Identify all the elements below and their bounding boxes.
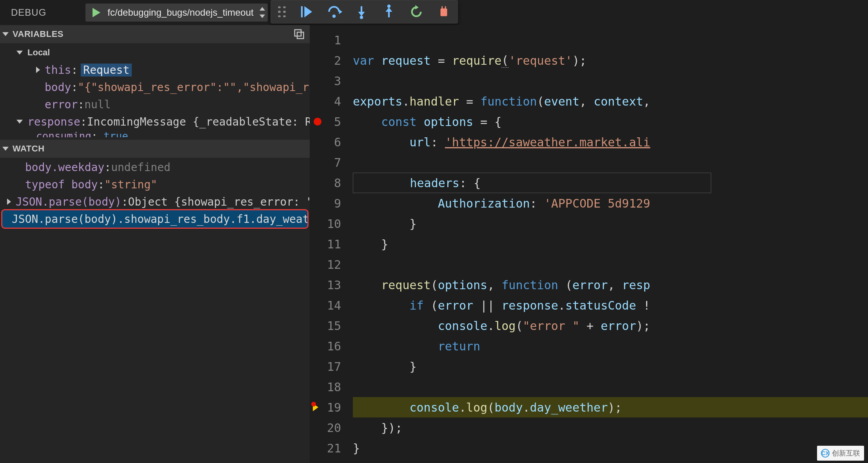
config-name: fc/debugging_bugs/nodejs_timeout — [105, 7, 256, 18]
svg-point-4 — [332, 15, 336, 18]
updown-icon — [258, 7, 266, 18]
watch-expr-1[interactable]: body.weekday: undefined — [0, 159, 310, 176]
variables-tree[interactable]: Local this: Request body: "{"showapi_res… — [0, 43, 310, 140]
line-number: 4 — [310, 91, 353, 111]
line-number: 9 — [310, 193, 353, 213]
variable-response[interactable]: response: IncomingMessage {_readableStat… — [0, 113, 310, 130]
svg-rect-13 — [441, 6, 443, 9]
var-key: this — [45, 64, 71, 77]
editor-content[interactable]: var request = require('request'); export… — [353, 25, 868, 463]
current-exec-line: console.log(body.day_weether); — [353, 397, 868, 417]
variable-this[interactable]: this: Request — [0, 61, 310, 78]
line-number: 14 — [310, 295, 353, 315]
svg-rect-15 — [295, 30, 301, 36]
svg-rect-14 — [445, 6, 446, 9]
line-number: 8 — [310, 173, 353, 193]
line-number: 11 — [310, 234, 353, 254]
variable-consuming[interactable]: consuming: true — [0, 130, 310, 137]
line-number: 13 — [310, 275, 353, 295]
watch-expr-2[interactable]: typeof body: "string" — [0, 176, 310, 193]
disconnect-icon[interactable] — [437, 5, 450, 18]
variables-section-header[interactable]: VARIABLES — [0, 25, 310, 43]
restart-icon[interactable] — [410, 5, 423, 18]
watch-key: JSON.parse(body).showapi_res_body.f1.day… — [12, 213, 307, 226]
variable-body[interactable]: body: "{"showapi_res_error":"","showapi_… — [0, 78, 310, 96]
launch-config-selector[interactable]: fc/debugging_bugs/nodejs_timeout — [85, 4, 267, 22]
watch-value: "string" — [104, 178, 157, 191]
var-key: response — [27, 115, 80, 128]
watch-key: body.weekday — [25, 161, 104, 174]
step-over-icon[interactable] — [327, 5, 341, 18]
watch-key: JSON.parse(body) — [16, 195, 122, 208]
watch-value: undefined — [111, 161, 171, 174]
line-number-current[interactable]: 19 — [310, 397, 353, 417]
var-value: "{"showapi_res_error":"","showapi_res_id… — [78, 81, 310, 94]
svg-rect-12 — [441, 9, 447, 16]
line-number: 15 — [310, 315, 353, 336]
chevron-down-icon — [16, 51, 23, 55]
step-out-icon[interactable] — [382, 5, 396, 18]
play-icon — [93, 8, 100, 17]
editor-gutter: 1 2 3 4 5 6 7 8 9 10 11 12 13 14 15 16 1… — [310, 25, 353, 463]
svg-rect-16 — [297, 32, 303, 38]
local-label: Local — [27, 47, 50, 58]
debug-topbar: DEBUG fc/debugging_bugs/nodejs_timeout — [0, 0, 868, 25]
step-into-icon[interactable] — [355, 5, 368, 18]
debug-sidebar: VARIABLES Local this: Request — [0, 25, 310, 463]
line-number-breakpoint[interactable]: 5 — [310, 111, 353, 132]
drag-handle-icon[interactable] — [278, 6, 286, 17]
svg-marker-6 — [358, 12, 365, 16]
line-number: 18 — [310, 377, 353, 397]
variable-error[interactable]: error: null — [0, 96, 310, 113]
var-value: Request — [81, 64, 132, 77]
line-number: 3 — [310, 71, 353, 91]
line-number: 12 — [310, 254, 353, 275]
var-key: error — [45, 98, 78, 111]
line-number: 1 — [310, 30, 353, 50]
watch-expr-3[interactable]: JSON.parse(body): Object {showapi_res_er… — [0, 193, 310, 210]
svg-marker-9 — [386, 7, 392, 12]
continue-icon[interactable] — [300, 5, 313, 18]
watermark-badge: CX创新互联 — [817, 446, 864, 461]
svg-marker-3 — [339, 9, 343, 14]
debug-title: DEBUG — [11, 7, 46, 18]
line-number: 2 — [310, 50, 353, 71]
chevron-right-icon — [7, 199, 11, 205]
watch-value: Object {showapi_res_error: "", showapi_… — [128, 195, 310, 208]
var-value: IncomingMessage {_readableState: Readabl… — [87, 115, 310, 128]
svg-point-7 — [360, 16, 363, 19]
svg-marker-11 — [415, 5, 419, 9]
chevron-down-icon — [2, 147, 9, 151]
watch-label: WATCH — [13, 144, 45, 154]
var-key: body — [45, 81, 71, 94]
line-number: 10 — [310, 213, 353, 234]
watch-key: typeof body — [25, 178, 98, 191]
var-value: null — [84, 98, 111, 111]
svg-marker-2 — [304, 6, 312, 17]
line-number: 21 — [310, 438, 353, 458]
line-number: 20 — [310, 417, 353, 438]
svg-rect-1 — [301, 6, 303, 17]
chevron-down-icon — [16, 120, 23, 124]
collapse-all-icon[interactable] — [293, 28, 305, 40]
watch-tree[interactable]: body.weekday: undefined typeof body: "st… — [0, 158, 310, 230]
watch-section-header[interactable]: WATCH — [0, 140, 310, 158]
watch-expr-4-selected[interactable]: JSON.parse(body).showapi_res_body.f1.day… — [2, 210, 307, 228]
line-number: 6 — [310, 132, 353, 152]
line-number: 7 — [310, 152, 353, 173]
chevron-down-icon — [2, 32, 9, 36]
editor-area[interactable]: 1 2 3 4 5 6 7 8 9 10 11 12 13 14 15 16 1… — [310, 25, 868, 463]
chevron-right-icon — [36, 67, 40, 73]
line-number: 16 — [310, 336, 353, 356]
variables-label: VARIABLES — [13, 29, 64, 39]
line-number: 17 — [310, 356, 353, 377]
local-scope-header[interactable]: Local — [0, 44, 310, 61]
svg-point-10 — [387, 5, 391, 8]
debug-controls-toolbar[interactable] — [271, 0, 458, 24]
